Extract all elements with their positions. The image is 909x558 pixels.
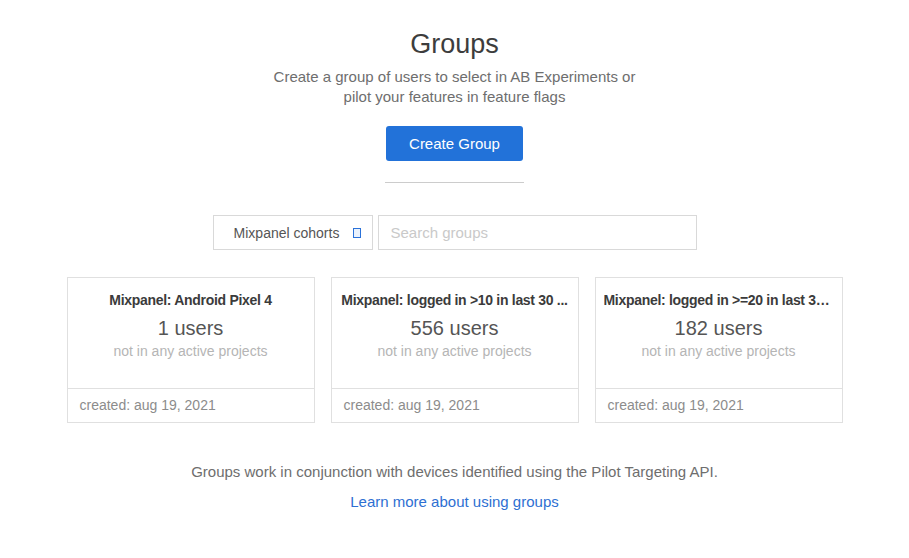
group-card-body: Mixpanel: logged in >=20 in last 30... 1… bbox=[596, 278, 842, 388]
search-groups-input[interactable] bbox=[378, 215, 697, 250]
group-created-date: created: aug 19, 2021 bbox=[332, 388, 578, 422]
group-card[interactable]: Mixpanel: Android Pixel 4 1 users not in… bbox=[67, 277, 315, 423]
group-created-date: created: aug 19, 2021 bbox=[596, 388, 842, 422]
page-subtitle: Create a group of users to select in AB … bbox=[0, 67, 909, 107]
group-card-list: Mixpanel: Android Pixel 4 1 users not in… bbox=[0, 277, 909, 423]
group-project-status: not in any active projects bbox=[340, 343, 570, 359]
group-project-status: not in any active projects bbox=[76, 343, 306, 359]
groups-page: Groups Create a group of users to select… bbox=[0, 0, 909, 558]
group-user-count: 182 users bbox=[604, 317, 834, 340]
cohort-source-dropdown[interactable]: Mixpanel cohorts bbox=[213, 215, 373, 250]
group-card[interactable]: Mixpanel: logged in >=20 in last 30... 1… bbox=[595, 277, 843, 423]
group-title: Mixpanel: logged in >=20 in last 30... bbox=[604, 292, 834, 308]
group-card[interactable]: Mixpanel: logged in >10 in last 30 ... 5… bbox=[331, 277, 579, 423]
group-card-body: Mixpanel: logged in >10 in last 30 ... 5… bbox=[332, 278, 578, 388]
group-user-count: 1 users bbox=[76, 317, 306, 340]
group-card-body: Mixpanel: Android Pixel 4 1 users not in… bbox=[68, 278, 314, 388]
group-user-count: 556 users bbox=[340, 317, 570, 340]
group-created-date: created: aug 19, 2021 bbox=[68, 388, 314, 422]
page-subtitle-line2: pilot your features in feature flags bbox=[0, 87, 909, 107]
create-group-button[interactable]: Create Group bbox=[386, 126, 523, 161]
header-divider bbox=[385, 182, 524, 183]
group-project-status: not in any active projects bbox=[604, 343, 834, 359]
cohort-source-dropdown-value: Mixpanel cohorts bbox=[234, 225, 352, 241]
page-title: Groups bbox=[0, 0, 909, 60]
group-title: Mixpanel: Android Pixel 4 bbox=[76, 292, 306, 308]
group-title: Mixpanel: logged in >10 in last 30 ... bbox=[340, 292, 570, 308]
dropdown-indicator-icon bbox=[353, 228, 361, 238]
learn-more-link[interactable]: Learn more about using groups bbox=[0, 493, 909, 510]
groups-info-text: Groups work in conjunction with devices … bbox=[0, 463, 909, 480]
filter-controls: Mixpanel cohorts bbox=[0, 215, 909, 250]
page-subtitle-line1: Create a group of users to select in AB … bbox=[0, 67, 909, 87]
